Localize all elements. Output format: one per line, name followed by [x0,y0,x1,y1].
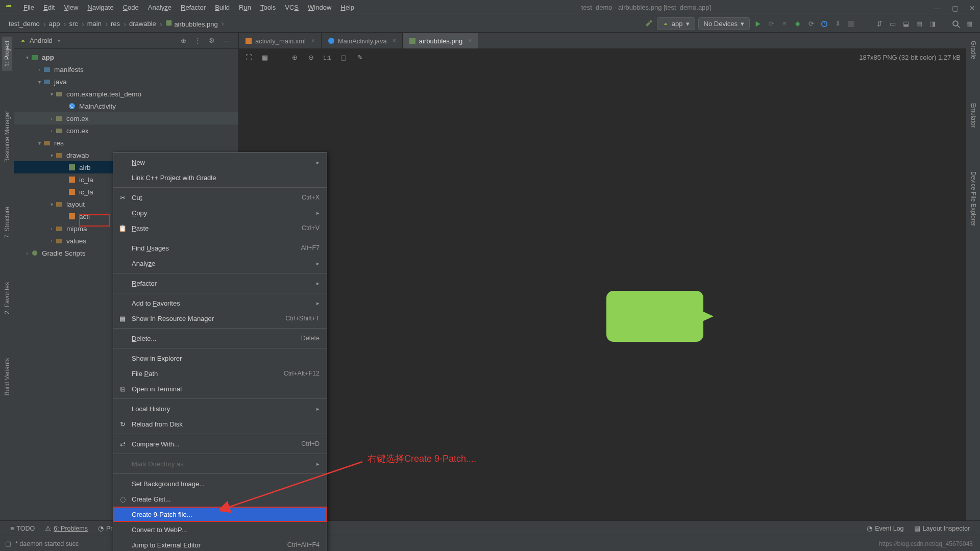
ctx-file-path[interactable]: File PathCtrl+Alt+F12 [113,366,327,381]
zoom-out-icon[interactable]: ⊖ [306,53,315,62]
avd-icon[interactable]: ▭ [888,19,897,29]
breadcrumb-file[interactable]: airbubbles.png [161,18,223,30]
panel-settings-icon[interactable]: ⚙ [207,36,216,45]
run-config-selector[interactable]: app ▾ [657,17,695,30]
bottom-tab-todo[interactable]: ≡ TODO [5,523,40,534]
breadcrumb-src[interactable]: src [64,18,82,29]
breadcrumb-res[interactable]: res [106,18,125,29]
left-tab-favorites[interactable]: 2: Favorites [2,278,12,318]
menu-analyze[interactable]: Analyze [144,2,176,13]
tab-airbubbles-png[interactable]: airbubbles.png× [403,33,478,48]
grid-icon[interactable]: ▦ [260,53,270,62]
ctx-paste[interactable]: 📋PasteCtrl+V [113,220,327,236]
breadcrumb-project[interactable]: test_demo [4,18,44,29]
attach-debugger-icon[interactable]: ⇩ [833,19,842,29]
close-button[interactable]: ✕ [969,4,976,11]
bottom-tab-problems[interactable]: ⚠ 6: Problems [40,523,93,534]
sync-gradle-icon[interactable]: ⇵ [875,19,884,29]
debug-icon[interactable] [793,19,802,29]
zoom-label[interactable]: 1:1 [323,53,332,62]
close-icon[interactable]: × [393,37,396,44]
tree-item-package-androidtest[interactable]: ›com.ex [14,112,238,124]
ctx-refactor[interactable]: Refactor▸ [113,276,327,291]
breadcrumb-app[interactable]: app [44,18,65,29]
ctx-open-in-terminal[interactable]: ⎘Open in Terminal [113,381,327,396]
tree-item-package-test[interactable]: ›com.ex [14,124,238,137]
menu-vcs[interactable]: VCS [281,2,303,13]
left-tab-build-variants[interactable]: Build Variants [2,354,12,399]
left-tab-resource-manager[interactable]: Resource Manager [2,107,12,167]
tree-item-java[interactable]: ▾java [14,76,238,88]
ctx-cut[interactable]: ✂CutCtrl+X [113,190,327,205]
build-hammer-icon[interactable] [644,19,653,29]
right-tab-emulator[interactable]: Emulator [968,99,978,132]
profile-icon[interactable] [820,19,829,29]
ctx-new[interactable]: New▸ [113,155,327,170]
minimize-button[interactable]: — [934,4,941,11]
ctx-analyze[interactable]: Analyze▸ [113,256,327,271]
menu-navigate[interactable]: Navigate [83,2,117,13]
eyedropper-icon[interactable]: ✎ [355,53,364,62]
expand-all-icon[interactable]: ⋮ [193,36,202,45]
menu-edit[interactable]: Edit [39,2,59,13]
search-everywhere-icon[interactable] [951,19,961,29]
ctx-create-9-patch-file[interactable]: Create 9-Patch file... [113,507,327,522]
tree-item-res[interactable]: ▾res [14,137,238,149]
bottom-tab-layout-inspector[interactable]: ▤ Layout Inspector [909,523,975,534]
stop-icon[interactable] [846,19,855,29]
ctx-copy[interactable]: Copy▸ [113,205,327,220]
ctx-add-to-favorites[interactable]: Add to Favorites▸ [113,295,327,311]
ctx-jump-to-external-editor[interactable]: Jump to External EditorCtrl+Alt+F4 [113,537,327,551]
tree-item-manifests[interactable]: ›manifests [14,63,238,76]
sdk-icon[interactable]: ⬓ [901,19,911,29]
resource-manager-icon[interactable]: ▤ [915,19,924,29]
ctx-link-c-project-with-gradle[interactable]: Link C++ Project with Gradle [113,170,327,185]
menu-code[interactable]: Code [119,2,143,13]
tree-item-app[interactable]: ▾app [14,51,238,63]
ctx-show-in-resource-manager[interactable]: ▤Show In Resource ManagerCtrl+Shift+T [113,311,327,326]
coverage-icon[interactable]: ⟳ [806,19,816,29]
menu-view[interactable]: View [60,2,82,13]
project-view-selector[interactable]: Android [19,37,60,44]
ctx-show-in-explorer[interactable]: Show in Explorer [113,350,327,366]
menu-file[interactable]: File [19,2,38,13]
device-selector[interactable]: No Devices ▾ [698,17,750,30]
menu-window[interactable]: Window [304,2,335,13]
tree-item-mainactivity[interactable]: CMainActivity [14,100,238,112]
close-icon[interactable]: × [468,37,472,44]
breadcrumb-drawable[interactable]: drawable [125,18,161,29]
right-tab-gradle[interactable]: Gradle [968,37,978,63]
right-tab-device-file-explorer[interactable]: Device File Explorer [968,167,978,230]
ctx-local-history[interactable]: Local History▸ [113,401,327,416]
ctx-compare-with[interactable]: ⇄Compare With...Ctrl+D [113,436,327,452]
tab-mainactivity-java[interactable]: MainActivity.java× [322,33,403,48]
left-tab-structure[interactable]: 7: Structure [2,203,12,242]
run-icon[interactable] [753,19,763,29]
menu-refactor[interactable]: Refactor [177,2,210,13]
zoom-in-icon[interactable]: ⊕ [290,53,299,62]
menu-build[interactable]: Build [211,2,234,13]
checkerboard-icon[interactable]: ▢ [339,53,348,62]
settings-icon[interactable]: ▦ [965,19,974,29]
bottom-tab-event-log[interactable]: ◔ Event Log [862,523,909,534]
apply-changes-icon[interactable]: ⟳ [767,19,776,29]
tree-item-package-main[interactable]: ▾com.example.test_demo [14,88,238,100]
ctx-convert-to-webp[interactable]: Convert to WebP... [113,522,327,537]
ctx-find-usages[interactable]: Find UsagesAlt+F7 [113,240,327,256]
menu-help[interactable]: Help [336,2,358,13]
ctx-set-background-image[interactable]: Set Background Image... [113,476,327,491]
left-tab-project[interactable]: 1: Project [2,37,12,71]
apply-code-icon[interactable]: ≡ [780,19,789,29]
ctx-reload-from-disk[interactable]: ↻Reload from Disk [113,416,327,432]
breadcrumb-main[interactable]: main [83,18,106,29]
ctx-create-gist[interactable]: ◌Create Gist... [113,491,327,507]
fit-window-icon[interactable]: ⛶ [244,53,253,62]
panel-hide-icon[interactable]: — [222,36,231,45]
menu-tools[interactable]: Tools [256,2,280,13]
select-opened-file-icon[interactable]: ⊕ [179,36,188,45]
image-canvas[interactable] [239,66,966,520]
ctx-delete[interactable]: Delete...Delete [113,331,327,346]
structure-icon[interactable]: ◨ [928,19,937,29]
menu-run[interactable]: Run [235,2,255,13]
tab-activity-main-xml[interactable]: activity_main.xml× [239,33,322,48]
